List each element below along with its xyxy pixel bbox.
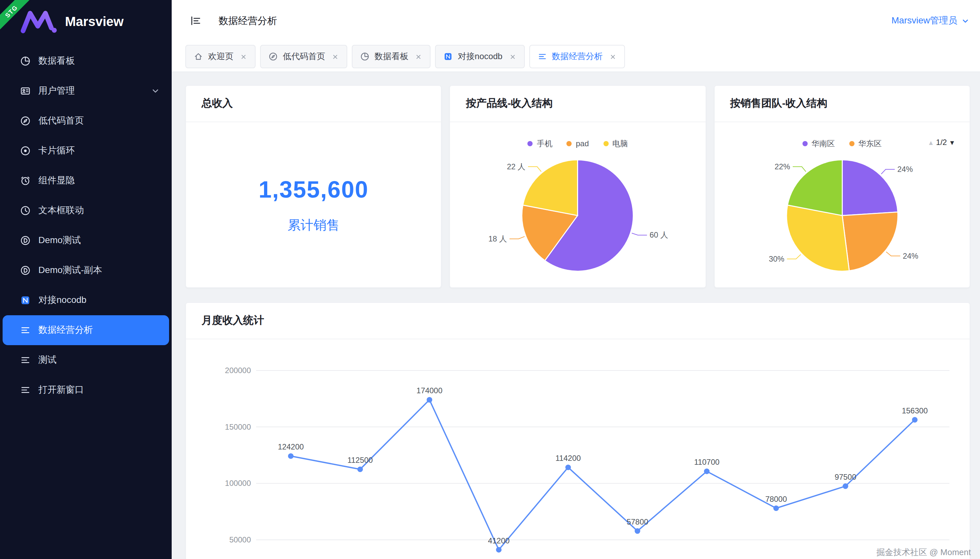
- legend-pager-down-icon[interactable]: ▼: [949, 139, 955, 146]
- legend-item[interactable]: pad: [567, 138, 589, 149]
- sidebar-item-demo-test-copy[interactable]: Demo测试-副本: [3, 255, 169, 285]
- tab-bar: 欢迎页低代码首页数据看板对接nocodb数据经营分析: [172, 41, 980, 72]
- legend-label: 手机: [537, 138, 553, 149]
- menu-fold-icon[interactable]: [190, 15, 202, 26]
- legend-label: 电脑: [612, 138, 628, 149]
- sidebar-item-label: 卡片循环: [38, 145, 160, 157]
- nocodb-icon: [444, 52, 453, 61]
- tab-label: 对接nocodb: [458, 51, 502, 63]
- legend-item[interactable]: 华南区: [803, 138, 835, 149]
- user-menu[interactable]: Marsview管理员: [892, 15, 970, 26]
- team-pie-legend: 华南区华东区: [803, 138, 882, 149]
- card-title: 按产品线-收入结构: [450, 86, 705, 122]
- sidebar-item-component-visibility[interactable]: 组件显隐: [3, 166, 169, 196]
- sidebar-item-label: 文本框联动: [38, 205, 160, 217]
- list-icon: [20, 355, 31, 366]
- svg-text:24%: 24%: [897, 165, 913, 174]
- sidebar-item-label: 数据经营分析: [38, 324, 160, 336]
- tab-lowcode-home[interactable]: 低代码首页: [260, 45, 347, 68]
- close-tab-icon[interactable]: [332, 53, 339, 60]
- total-revenue-caption: 累计销售: [287, 216, 339, 234]
- sidebar-item-card-loop[interactable]: 卡片循环: [3, 136, 169, 166]
- main-area: 数据经营分析 Marsview管理员 欢迎页低代码首页数据看板对接nocodb数…: [172, 0, 980, 559]
- card-title: 月度收入统计: [186, 303, 970, 339]
- sidebar: STG Marsview 数据看板用户管理低代码首页卡片循环组件显隐文本框联动D…: [0, 0, 172, 559]
- compass-icon: [20, 116, 31, 126]
- svg-text:100000: 100000: [225, 479, 251, 488]
- gauge-icon: [360, 52, 369, 61]
- sidebar-menu: 数据看板用户管理低代码首页卡片循环组件显隐文本框联动Demo测试Demo测试-副…: [0, 46, 172, 405]
- sidebar-item-data-analysis[interactable]: 数据经营分析: [3, 315, 169, 345]
- svg-text:24%: 24%: [902, 251, 918, 260]
- compass-icon: [268, 52, 278, 61]
- clock-icon: [20, 205, 31, 216]
- close-tab-icon[interactable]: [240, 53, 247, 60]
- legend-label: 华东区: [858, 138, 882, 149]
- legend-label: pad: [576, 139, 589, 148]
- svg-text:124200: 124200: [278, 442, 304, 451]
- legend-dot-icon: [528, 141, 533, 146]
- close-tab-icon[interactable]: [509, 53, 516, 60]
- sidebar-item-nocodb[interactable]: 对接nocodb: [3, 285, 169, 315]
- legend-item[interactable]: 手机: [528, 138, 553, 149]
- card-title: 按销售团队-收入结构: [714, 86, 970, 122]
- card-monthly-line: 月度收入统计 200000150000100000500001242001125…: [185, 302, 970, 559]
- sidebar-item-textbox-linkage[interactable]: 文本框联动: [3, 196, 169, 225]
- svg-text:30%: 30%: [769, 255, 784, 263]
- product-pie-legend: 手机pad电脑: [528, 138, 628, 149]
- svg-text:78000: 78000: [765, 495, 787, 503]
- close-tab-icon[interactable]: [609, 53, 616, 60]
- tab-label: 数据看板: [374, 51, 408, 63]
- svg-text:60 人: 60 人: [650, 230, 668, 239]
- header: 数据经营分析 Marsview管理员: [172, 0, 980, 41]
- target-icon: [20, 145, 31, 156]
- sidebar-item-demo-test[interactable]: Demo测试: [3, 225, 169, 255]
- sidebar-item-test[interactable]: 测试: [3, 345, 169, 375]
- list-icon: [538, 52, 546, 61]
- sidebar-item-user-management[interactable]: 用户管理: [3, 76, 169, 106]
- tab-data-board[interactable]: 数据看板: [352, 45, 430, 68]
- legend-dot-icon: [603, 141, 608, 146]
- legend-pager-text: 1/2: [936, 138, 947, 147]
- team-pie-chart: 24%24%30%22%: [714, 151, 970, 287]
- svg-text:50000: 50000: [229, 535, 251, 544]
- sidebar-item-label: 用户管理: [38, 85, 143, 97]
- tab-welcome[interactable]: 欢迎页: [185, 45, 256, 68]
- tab-label: 低代码首页: [283, 51, 325, 63]
- close-tab-icon[interactable]: [415, 53, 422, 60]
- watermark: 掘金技术社区 @ Moment: [876, 547, 971, 558]
- sidebar-item-data-board[interactable]: 数据看板: [3, 46, 169, 76]
- sidebar-item-label: Demo测试-副本: [38, 265, 160, 276]
- sidebar-item-label: 数据看板: [38, 55, 160, 67]
- legend-item[interactable]: 电脑: [603, 138, 628, 149]
- svg-text:174000: 174000: [417, 386, 442, 395]
- logo[interactable]: Marsview: [0, 0, 172, 42]
- card-product-pie: 按产品线-收入结构 手机pad电脑 60 人18 人22 人: [450, 85, 706, 288]
- tab-data-analysis[interactable]: 数据经营分析: [529, 45, 625, 68]
- legend-pager-up-icon[interactable]: ▲: [928, 139, 934, 146]
- legend-item[interactable]: 华东区: [849, 138, 882, 149]
- legend-dot-icon: [567, 141, 572, 146]
- svg-text:97500: 97500: [835, 473, 856, 481]
- sidebar-item-lowcode-home[interactable]: 低代码首页: [3, 106, 169, 136]
- viewport: STG Marsview 数据看板用户管理低代码首页卡片循环组件显隐文本框联动D…: [0, 0, 980, 559]
- sidebar-item-open-new-window[interactable]: 打开新窗口: [3, 375, 169, 405]
- svg-text:22%: 22%: [775, 162, 790, 171]
- svg-text:57800: 57800: [627, 518, 648, 526]
- list-icon: [20, 384, 31, 395]
- chevron-down-icon[interactable]: [151, 86, 160, 96]
- legend-dot-icon: [803, 141, 808, 146]
- summary-row: 总收入 1,355,600 累计销售 按产品线-收入结构 手机pad电脑 6: [185, 85, 970, 288]
- sidebar-item-label: 低代码首页: [38, 115, 160, 127]
- tab-label: 欢迎页: [208, 51, 233, 63]
- tab-nocodb[interactable]: 对接nocodb: [435, 45, 525, 68]
- svg-text:200000: 200000: [225, 366, 251, 375]
- svg-text:114200: 114200: [555, 454, 581, 463]
- logo-mark-icon: [20, 8, 57, 35]
- home-icon: [194, 52, 203, 61]
- id-card-icon: [20, 86, 31, 96]
- card-total-revenue: 总收入 1,355,600 累计销售: [185, 85, 442, 288]
- sidebar-item-label: 测试: [38, 354, 160, 366]
- chevron-down-icon: [961, 17, 970, 25]
- svg-text:150000: 150000: [225, 422, 251, 431]
